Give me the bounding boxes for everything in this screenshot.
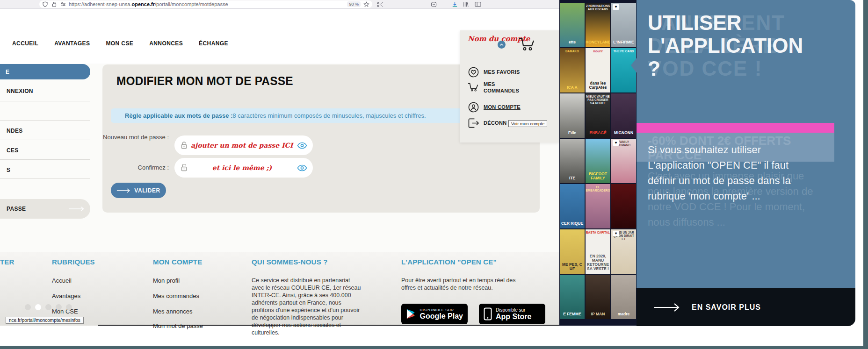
poster-grid: ette2 NOMINATIONS AUX OSCARSHONEYLAND♥L'… bbox=[559, 3, 637, 319]
wishlist-heart-icon[interactable]: ♥ bbox=[613, 140, 619, 146]
poster-tile[interactable]: BAMAKOICA A bbox=[560, 48, 585, 93]
poster-title: madre bbox=[611, 312, 636, 316]
nav-accueil[interactable]: ACCUEIL bbox=[12, 40, 38, 47]
footer-link-mes-commandes[interactable]: Mes commandes bbox=[153, 292, 199, 299]
poster-tile[interactable]: E FEMME bbox=[560, 275, 585, 319]
confirm-password-label: Confirmez : bbox=[102, 164, 169, 171]
divider bbox=[0, 178, 90, 179]
footer-heading-qui-sommes-nous: QUI SOMMES-NOUS ? bbox=[252, 258, 328, 266]
poster-tile[interactable]: ette bbox=[560, 3, 585, 47]
lock-icon[interactable] bbox=[51, 1, 57, 7]
library-icon[interactable] bbox=[461, 0, 470, 8]
poster-tile[interactable]: ♥L'INFIRMIE bbox=[611, 3, 636, 47]
zoom-level-badge[interactable]: 90 % bbox=[347, 1, 361, 7]
en-savoir-plus-button[interactable]: EN SAVOIR PLUS bbox=[637, 288, 855, 326]
footer-link-mon-profil[interactable]: Mon profil bbox=[153, 277, 180, 284]
menu-item-label: MON COMPTE bbox=[484, 104, 529, 110]
google-play-badge[interactable]: DISPONIBLE SURGoogle Play bbox=[401, 304, 468, 324]
nav-avantages[interactable]: AVANTAGES bbox=[54, 40, 90, 47]
sidebar-item-mot-de-passe[interactable]: PASSE bbox=[0, 199, 90, 219]
carousel-dot-active[interactable] bbox=[35, 304, 41, 310]
page-title: MODIFIER MON MOT DE PASSE bbox=[116, 74, 293, 88]
carousel-dot[interactable] bbox=[45, 304, 51, 310]
carousel-dot[interactable] bbox=[56, 304, 62, 310]
menu-item-mes-commandes[interactable]: MES COMMANDES bbox=[468, 81, 529, 94]
sidebar-item-active-top[interactable]: E bbox=[0, 64, 90, 79]
main-nav: ACCUEIL AVANTAGES MON CSE ANNONCES ÉCHAN… bbox=[12, 40, 228, 47]
badge-small-text: Disponible sur bbox=[496, 307, 531, 313]
poster-title: ITE bbox=[560, 176, 585, 180]
poster-title: EN 2020, MANU RETOURNE SA VESTE ! bbox=[586, 254, 610, 271]
carousel-dot[interactable] bbox=[66, 304, 72, 310]
poster-title: ME PES, C UF bbox=[560, 263, 585, 271]
sidebar-toggle-icon[interactable] bbox=[474, 0, 482, 8]
carousel-dot[interactable] bbox=[25, 304, 31, 310]
poster-tile[interactable]: FAMILY ROMANC♥ bbox=[611, 139, 636, 183]
cart-icon[interactable] bbox=[518, 36, 536, 51]
poster-title: dans les CarpAtes bbox=[586, 81, 610, 90]
poster-tile[interactable]: MIGNONN bbox=[611, 93, 636, 138]
footer-app-text: Pour être averti partout et en temps rée… bbox=[401, 277, 521, 292]
download-icon[interactable] bbox=[450, 0, 459, 8]
url-bar[interactable]: https://adherent-snep-unsa.opence.fr/por… bbox=[39, 0, 372, 8]
nav-echange[interactable]: ÉCHANGE bbox=[199, 40, 228, 47]
poster-tile[interactable]: 2 NOMINATIONS AUX OSCARSHONEYLAND bbox=[586, 3, 610, 47]
confirm-password-value: et ici le même ;) bbox=[191, 164, 293, 171]
show-password-eye-icon[interactable] bbox=[297, 142, 307, 149]
poster-tile[interactable] bbox=[611, 184, 636, 228]
poster-tile[interactable]: madre bbox=[611, 275, 636, 319]
lock-icon bbox=[181, 164, 187, 171]
nav-annonces[interactable]: ANNONCES bbox=[149, 40, 183, 47]
sidebar-item-autre[interactable]: S bbox=[7, 167, 10, 173]
footer-link-accueil[interactable]: Accueil bbox=[52, 277, 72, 284]
footer-link-mes-annonces[interactable]: Mes annonces bbox=[153, 308, 193, 315]
sidebar-item-connexion[interactable]: NNEXION bbox=[7, 88, 33, 94]
permissions-icon[interactable] bbox=[60, 1, 66, 7]
menu-item-mes-favoris[interactable]: MES FAVORIS bbox=[468, 66, 529, 78]
shield-icon[interactable] bbox=[42, 1, 48, 7]
show-password-eye-icon[interactable] bbox=[297, 164, 307, 171]
poster-tile[interactable]: DANS UN JAR QU'ON DIRAIT ET♥ bbox=[611, 229, 636, 274]
nav-mon-cse[interactable]: MON CSE bbox=[106, 40, 133, 47]
divider bbox=[0, 140, 90, 140]
chevron-up-icon[interactable] bbox=[498, 41, 506, 49]
poster-top-text: THE PE CAND bbox=[611, 48, 636, 53]
user-circle-icon bbox=[468, 101, 479, 113]
app-store-badge[interactable]: Disponible surApp Store bbox=[479, 304, 545, 324]
poster-tile[interactable]: CER RIQUE bbox=[560, 184, 585, 228]
poster-top-text: MIEUX VAUT NE PAS CROISER SA ROUTE bbox=[586, 93, 610, 105]
poster-tile[interactable]: MIEUX VAUT NE PAS CROISER SA ROUTEENRAGÉ bbox=[586, 93, 610, 138]
poster-tile[interactable]: BIGFOOT FAMILY bbox=[586, 139, 610, 183]
wishlist-heart-icon[interactable]: ♥ bbox=[613, 231, 619, 236]
valider-button[interactable]: VALIDER bbox=[111, 183, 166, 198]
screenshot-scissors-icon[interactable] bbox=[376, 0, 384, 8]
wishlist-heart-icon[interactable]: ♥ bbox=[613, 4, 619, 10]
sidebar-item-preferences[interactable]: CES bbox=[7, 147, 19, 154]
footer-heading-application: L'APPLICATION "OPEN CE" bbox=[401, 258, 497, 266]
sidebar-top-label: E bbox=[6, 69, 9, 75]
poster-tile[interactable]: EL EMBARCADERO bbox=[586, 184, 610, 228]
poster-tile[interactable]: mourirdans les CarpAtes bbox=[586, 48, 610, 93]
confirm-password-field[interactable]: et ici le même ;) bbox=[174, 158, 313, 178]
arrow-right-icon bbox=[653, 302, 680, 313]
poster-top-text: BASTA CAPITAL bbox=[586, 229, 610, 234]
pocket-icon[interactable] bbox=[429, 0, 438, 8]
footer-heading-mon-compte: MON COMPTE bbox=[153, 258, 202, 266]
bookmark-star-icon[interactable] bbox=[363, 1, 369, 7]
poster-top-text: BAMAKO bbox=[560, 48, 585, 53]
poster-tile[interactable]: BASTA CAPITALEN 2020, MANU RETOURNE SA V… bbox=[586, 229, 610, 274]
footer-link-avantages[interactable]: Avantages bbox=[52, 292, 80, 299]
poster-tile[interactable]: ITE bbox=[560, 139, 585, 183]
sidebar-item-commandes[interactable]: NDES bbox=[7, 128, 23, 134]
footer-link-mon-mot-de-passe[interactable]: Mon mot de passe bbox=[153, 322, 203, 329]
right-edge-strip bbox=[863, 0, 868, 349]
poster-tile[interactable]: IP MAN bbox=[586, 275, 610, 319]
new-password-field[interactable]: ajouter un mot de passe ICI bbox=[174, 135, 313, 155]
poster-tile[interactable]: Fille bbox=[560, 93, 585, 138]
menu-item-mon-compte[interactable]: MON COMPTE bbox=[468, 101, 529, 113]
poster-tile[interactable]: ME PES, C UF bbox=[560, 229, 585, 274]
promo-body: Si vous souhaitez utiliser L'application… bbox=[648, 142, 791, 204]
poster-title: BIGFOOT FAMILY bbox=[586, 172, 610, 180]
poster-title: HONEYLAND bbox=[586, 40, 610, 44]
logout-icon bbox=[468, 117, 479, 128]
